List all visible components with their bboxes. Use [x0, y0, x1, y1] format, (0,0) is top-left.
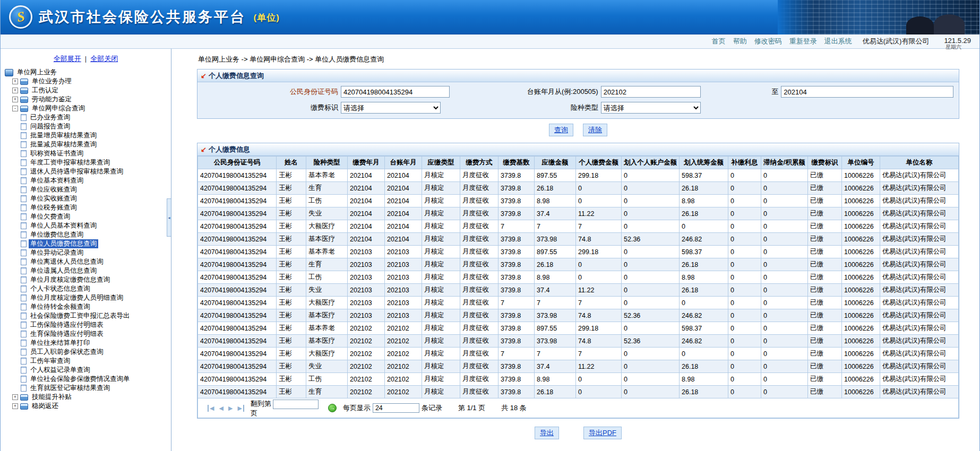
- table-cell: 10006226: [842, 297, 880, 309]
- table-cell: 37.4: [535, 284, 576, 297]
- tree-group[interactable]: +稳岗返还: [12, 402, 171, 411]
- table-cell: 202102: [348, 348, 385, 360]
- top-nav-link[interactable]: 帮助: [733, 37, 747, 46]
- tree-item[interactable]: 单位人员缴费信息查询: [21, 239, 171, 248]
- expand-icon[interactable]: +: [12, 97, 18, 102]
- tree-item[interactable]: 单位往来结算单打印: [21, 339, 171, 348]
- tree-group-label: 单位业务办理: [30, 77, 73, 86]
- tree-item[interactable]: 问题报告查询: [21, 122, 171, 131]
- tree-item[interactable]: 单位欠费查询: [21, 212, 171, 221]
- expand-icon[interactable]: +: [12, 403, 18, 409]
- table-cell: 0: [728, 373, 761, 386]
- tree-item-label: 单位月度核定缴费信息查询: [29, 275, 111, 284]
- tree-item[interactable]: 单位实收账查询: [21, 194, 171, 203]
- tree-item[interactable]: 单位月度核定缴费人员明细查询: [21, 293, 171, 302]
- tree-item[interactable]: 单位应收账查询: [21, 185, 171, 194]
- tree-item[interactable]: 职称资格证书查询: [21, 149, 171, 158]
- clear-button[interactable]: 清除: [583, 124, 607, 136]
- tree-item[interactable]: 批量减员审核结果查询: [21, 140, 171, 149]
- table-cell: 月度征收: [460, 348, 498, 360]
- tree-item[interactable]: 批量增员审核结果查询: [21, 131, 171, 140]
- section-arrow-icon: ↙: [201, 145, 207, 153]
- tree-item[interactable]: 已办业务查询: [21, 113, 171, 122]
- table-cell: 月核定: [422, 207, 460, 220]
- table-cell: 月度征收: [460, 297, 498, 309]
- tree-item[interactable]: 生育保险待遇应付明细表: [21, 329, 171, 339]
- tree-item[interactable]: 单位离退休人员信息查询: [21, 257, 171, 266]
- tree-item-label: 个人卡状态信息查询: [29, 284, 92, 293]
- export-pdf-button[interactable]: 导出PDF: [583, 427, 622, 439]
- tree-item[interactable]: 个人权益记录单查询: [21, 366, 171, 375]
- document-icon: [21, 358, 27, 365]
- table-cell: 420704198004135294: [198, 258, 277, 271]
- table-row: 420704198004135294王彬基本养老202104202104月核定月…: [198, 169, 959, 182]
- table-cell: 0: [761, 258, 808, 271]
- next-page-button[interactable]: ▶: [228, 405, 233, 412]
- tree-group[interactable]: +单位业务办理: [12, 77, 171, 86]
- tree-item[interactable]: 单位基本资料查询: [21, 176, 171, 185]
- expand-icon[interactable]: +: [12, 394, 18, 400]
- breadcrumb-item: 单位人员缴费信息查询: [315, 55, 384, 63]
- section-arrow-icon: ↙: [201, 72, 207, 80]
- collapse-icon[interactable]: -: [12, 106, 18, 111]
- tree-item[interactable]: 社会保险缴费工资申报汇总表导出: [21, 311, 171, 320]
- tree-item[interactable]: 员工入职前参保状态查询: [21, 348, 171, 357]
- tree-item[interactable]: 单位待转金余额查询: [21, 302, 171, 311]
- table-cell: 3739.8: [498, 284, 535, 297]
- id-input[interactable]: [341, 86, 450, 98]
- collapse-all-link[interactable]: 全部关闭: [90, 55, 118, 63]
- tree-item[interactable]: 单位异动记录查询: [21, 248, 171, 257]
- table-cell: 202103: [348, 271, 385, 284]
- tree-item[interactable]: 单位月度核定缴费信息查询: [21, 275, 171, 284]
- tree-item[interactable]: 工伤保险待遇应付明细表: [21, 320, 171, 329]
- tree-item[interactable]: 单位人员基本资料查询: [21, 221, 171, 230]
- sidebar-collapse-handle[interactable]: ◄: [167, 198, 171, 237]
- table-cell: 已缴: [808, 258, 842, 271]
- table-cell: 3739.8: [498, 207, 535, 220]
- ins-type-select[interactable]: 请选择: [601, 102, 701, 114]
- search-button[interactable]: 查询: [549, 124, 573, 136]
- page-size-input[interactable]: [373, 403, 419, 413]
- export-button[interactable]: 导出: [535, 427, 559, 439]
- go-page-button[interactable]: →: [328, 404, 337, 412]
- table-cell: 202103: [348, 309, 385, 322]
- tree-item[interactable]: 单位税务账查询: [21, 203, 171, 212]
- tree-item[interactable]: 个人卡状态信息查询: [21, 284, 171, 293]
- top-nav-link[interactable]: 修改密码: [754, 37, 782, 46]
- tree-item[interactable]: 年度工资申报审核结果查询: [21, 158, 171, 167]
- top-nav-link[interactable]: 首页: [712, 37, 726, 46]
- tree-item[interactable]: 单位缴费信息查询: [21, 230, 171, 239]
- period-to-input[interactable]: [781, 86, 953, 98]
- tree-group[interactable]: +工伤认定: [12, 86, 171, 95]
- folder-icon: [20, 79, 28, 85]
- expand-icon[interactable]: +: [12, 88, 18, 93]
- pagination-bar: ◀ ◀ ▶ ▶ 翻到第页 → 每页显示条记录 第 1/1 页 共 18 条: [197, 398, 959, 418]
- tree-root[interactable]: 单位网上业务: [5, 68, 171, 77]
- tree-item[interactable]: 工伤年审查询: [21, 357, 171, 366]
- table-cell: 已缴: [808, 322, 842, 335]
- tree-item[interactable]: 单位遗属人员信息查询: [21, 266, 171, 275]
- table-cell: 0: [622, 373, 680, 386]
- expand-all-link[interactable]: 全部展开: [54, 55, 81, 63]
- table-cell: 优易达(武汉)有限公司: [880, 258, 959, 271]
- period-from-input[interactable]: [601, 86, 701, 98]
- tree-group[interactable]: +技能提升补贴: [12, 393, 171, 402]
- pay-flag-select[interactable]: 请选择: [341, 102, 441, 114]
- table-cell: 优易达(武汉)有限公司: [880, 373, 959, 386]
- table-cell: 0: [680, 348, 728, 360]
- table-cell: 7: [498, 220, 535, 233]
- tree-item[interactable]: 退休人员待遇申报审核结果查询: [21, 167, 171, 176]
- first-page-button[interactable]: ◀: [208, 405, 214, 412]
- tree-group[interactable]: +劳动能力鉴定: [12, 95, 171, 104]
- expand-icon[interactable]: +: [12, 79, 18, 84]
- top-nav-link[interactable]: 重新登录: [789, 37, 817, 46]
- last-page-button[interactable]: ▶: [237, 405, 244, 412]
- tree-item[interactable]: 生育就医登记审核结果查询: [21, 384, 171, 393]
- tree-group[interactable]: -单位网申综合查询: [12, 104, 171, 113]
- goto-page-input[interactable]: [273, 400, 319, 409]
- tree-item[interactable]: 单位社会保险参保缴费情况查询单: [21, 375, 171, 384]
- top-nav-link[interactable]: 退出系统: [824, 37, 852, 46]
- table-cell: 0: [761, 220, 808, 233]
- table-cell: 优易达(武汉)有限公司: [880, 322, 959, 335]
- prev-page-button[interactable]: ◀: [219, 405, 223, 412]
